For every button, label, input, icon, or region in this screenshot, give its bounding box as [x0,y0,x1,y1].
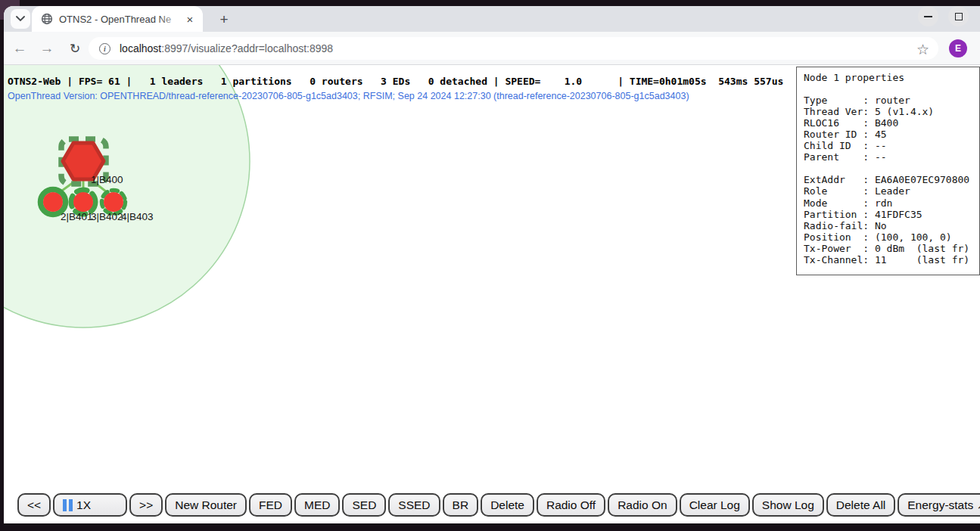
prop-child-id: Child ID : -- [804,140,979,151]
tab-title: OTNS2 - OpenThread Ne [59,14,183,25]
url-text[interactable]: localhost:8997/visualize?addr=localhost:… [120,42,333,54]
tab-strip: OTNS2 - OpenThread Ne × + [4,6,980,32]
radio-off-button[interactable]: Radio Off [537,493,605,517]
node-4-label: 4|B403 [121,211,154,222]
prop-position: Position : (100, 100, 0) [804,231,979,243]
step-forward-button[interactable]: >> [129,493,163,517]
url-host: localhost [120,42,161,54]
chevron-down-icon [16,16,25,22]
panel-title: Node 1 properties [804,72,979,83]
browser-toolbar: ← → ↻ i localhost:8997/visualize?addr=lo… [4,32,980,65]
prop-mode: Mode : rdn [804,197,979,209]
fed-button[interactable]: FED [249,493,292,517]
url-path: :8997/visualize?addr=localhost:8998 [161,42,333,54]
tab-title-fade [157,14,183,25]
speed-label: 1X [76,498,91,512]
url-bar[interactable]: i localhost:8997/visualize?addr=localhos… [89,37,938,60]
speed-pause-button[interactable]: 1X [53,493,127,517]
clear-log-button[interactable]: Clear Log [680,493,750,517]
new-tab-button[interactable]: + [214,10,234,30]
tab-active[interactable]: OTNS2 - OpenThread Ne × [32,6,203,32]
window-minimize-button[interactable] [918,6,938,26]
node-3-label: 3|B402 [91,211,123,222]
br-button[interactable]: BR [443,493,479,517]
sed-button[interactable]: SED [342,493,386,517]
prop-tx-channel: Tx-Channel: 11 (last fr) [804,254,979,266]
node-4[interactable] [102,191,126,214]
prop-radio-fail: Radio-fail: No [804,220,979,231]
reload-button[interactable]: ↻ [64,32,86,65]
energy-stats-button[interactable]: Energy-stats ↗ [898,493,980,517]
site-info-icon[interactable]: i [99,43,110,54]
delete-button[interactable]: Delete [481,493,534,517]
pause-icon [63,499,73,511]
prop-partition: Partition : 41FDFC35 [804,209,979,220]
profile-avatar[interactable]: E [949,39,967,57]
prop-role: Role : Leader [804,185,979,197]
prop-tx-power: Tx-Power : 0 dBm (last fr) [804,243,979,254]
tab-close-icon[interactable]: × [183,12,197,26]
prop-thread-ver: Thread Ver: 5 (v1.4.x) [804,106,979,117]
minimize-icon [924,16,932,17]
window-maximize-button[interactable] [948,6,969,26]
prop-router-id: Router ID : 45 [804,129,979,140]
prop-parent: Parent : -- [804,151,979,163]
openthread-version-link[interactable]: OpenThread Version: OPENTHREAD/thread-re… [8,91,689,101]
step-back-button[interactable]: << [17,493,51,517]
prop-type: Type : router [804,95,979,106]
browser-window: OTNS2 - OpenThread Ne × + ← → ↻ i localh… [4,6,980,523]
bookmark-star-icon[interactable]: ☆ [916,41,929,58]
ssed-button[interactable]: SSED [388,493,440,517]
node-2-label: 2|B401 [61,211,93,222]
action-toolbar: << 1X >> New Router FED MED SED SSED BR … [17,493,980,517]
prop-rloc16: RLOC16 : B400 [804,117,979,129]
tab-search-button[interactable] [11,9,30,29]
prop-extaddr: ExtAddr : EA6A0E07EC970800 [804,174,979,185]
forward-button[interactable]: → [36,32,58,65]
radio-on-button[interactable]: Radio On [608,493,677,517]
med-button[interactable]: MED [294,493,340,517]
node-properties-panel: Node 1 properties Type : router Thread V… [796,67,980,275]
maximize-icon [955,13,963,20]
back-button[interactable]: ← [8,32,31,65]
simulator-status-line: OTNS2-Web | FPS= 61 | 1 leaders 1 partit… [8,76,783,87]
globe-favicon-icon [41,13,53,25]
page-content: 1|B400 2|B401 3|B402 4|B403 OTNS2-Web | … [4,65,980,523]
delete-all-button[interactable]: Delete All [826,493,895,517]
new-router-button[interactable]: New Router [165,493,247,517]
node-1-label: 1|B400 [91,174,123,185]
show-log-button[interactable]: Show Log [752,493,824,517]
